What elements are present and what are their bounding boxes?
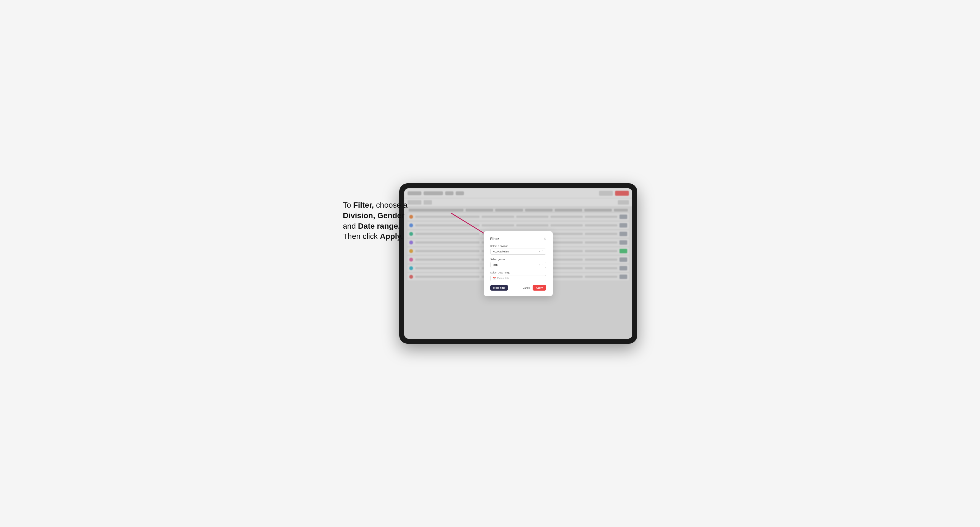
scene: To Filter, choose a Division, Gender and… [0,172,980,355]
apply-button[interactable]: Apply [533,285,546,290]
date-range-bold: Date range. [358,222,400,230]
modal-header: Filter × [490,237,546,241]
tablet-screen: Filter × Select a division NCAA Division… [404,188,632,339]
footer-right-buttons: Cancel Apply [523,285,546,290]
instructions-panel: To Filter, choose a Division, Gender and… [343,200,407,242]
chevron-gender-icon: ⌃ [541,264,544,266]
calendar-icon: 📅 [493,277,496,279]
division-select-value: NCAA Division I [493,250,539,253]
clear-filter-button[interactable]: Clear filter [490,285,508,290]
division-gender-bold: Division, Gender [343,211,404,220]
clear-gender-icon[interactable]: × [539,264,540,266]
division-label: Select a division [490,245,546,248]
modal-title: Filter [490,237,499,241]
date-label: Select Date range [490,271,546,274]
clear-division-icon[interactable]: × [539,250,540,253]
gender-select[interactable]: Men × ⌃ [490,262,546,268]
tablet-frame: Filter × Select a division NCAA Division… [399,183,637,344]
date-input[interactable]: 📅 Pick a date [490,275,546,281]
apply-bold: Apply. [380,232,403,241]
instruction-text: To Filter, choose a Division, Gender and… [343,201,407,241]
date-placeholder: Pick a date [497,277,510,279]
gender-group: Select gender Men × ⌃ [490,258,546,268]
filter-modal: Filter × Select a division NCAA Division… [484,231,553,296]
modal-close-button[interactable]: × [544,237,546,241]
modal-footer: Clear filter Cancel Apply [490,285,546,290]
date-group: Select Date range 📅 Pick a date [490,271,546,281]
division-select-controls: × ⌃ [539,250,543,253]
division-group: Select a division NCAA Division I × ⌃ [490,245,546,255]
filter-bold: Filter, [353,201,374,209]
gender-select-value: Men [493,264,539,266]
chevron-division-icon: ⌃ [541,250,544,253]
gender-select-controls: × ⌃ [539,264,543,266]
cancel-button[interactable]: Cancel [523,286,530,289]
modal-overlay: Filter × Select a division NCAA Division… [404,188,632,339]
division-select[interactable]: NCAA Division I × ⌃ [490,249,546,255]
gender-label: Select gender [490,258,546,261]
